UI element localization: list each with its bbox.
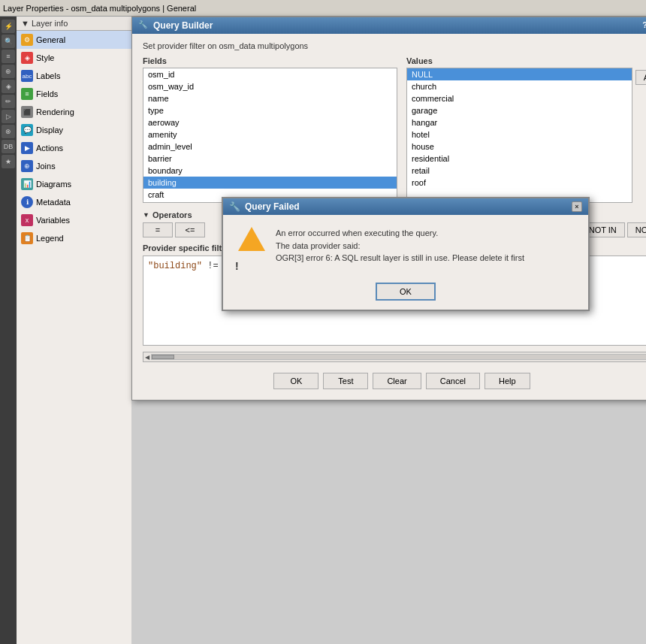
query-builder-titlebar: 🔧 Query Builder ? × [132, 17, 646, 34]
ok-bottom-button[interactable]: OK [273, 373, 318, 389]
sidebar-tool-9[interactable]: DB [2, 140, 15, 153]
sidebar-tool-8[interactable]: ⊗ [2, 125, 15, 138]
field-item-boundary[interactable]: boundary [143, 165, 397, 177]
labels-icon: abc [21, 70, 33, 82]
fields-values-section: Fields osm_id osm_way_id name type aerow… [143, 56, 646, 203]
sidebar-item-actions[interactable]: ▶ Actions [17, 139, 132, 157]
sidebar-item-label-style: Style [36, 53, 54, 62]
top-toolbar: Layer Properties - osm_data multipolygon… [0, 0, 646, 17]
scroll-thumb[interactable] [152, 355, 174, 359]
scroll-left-arrow[interactable]: ◀ [145, 354, 149, 361]
layer-properties-panel: ▼ Layer info ⚙ General ◈ Style abc Label… [17, 17, 133, 644]
sidebar-item-label-actions: Actions [36, 144, 63, 153]
fields-list[interactable]: osm_id osm_way_id name type aeroway amen… [143, 68, 397, 203]
sidebar-item-rendering[interactable]: ⬛ Rendering [17, 103, 132, 121]
query-failed-titlebar: 🔧 Query Failed × [223, 198, 588, 215]
sidebar-item-label-variables: Variables [36, 216, 70, 225]
filter-building-text: "building" [148, 261, 202, 271]
sidebar-item-label-general: General [36, 35, 65, 44]
value-item-garage[interactable]: garage [407, 104, 632, 116]
fields-icon: ≡ [21, 88, 33, 100]
sidebar-item-general[interactable]: ⚙ General [17, 31, 132, 49]
field-item-barrier[interactable]: barrier [143, 153, 397, 165]
sidebar-tool-1[interactable]: ⚡ [2, 20, 15, 33]
value-item-roof[interactable]: roof [407, 177, 632, 189]
value-item-church[interactable]: church [407, 80, 632, 92]
field-item-building[interactable]: building [143, 177, 397, 189]
value-item-hotel[interactable]: hotel [407, 128, 632, 141]
sidebar-item-metadata[interactable]: ℹ Metadata [17, 193, 132, 211]
help-button[interactable]: Help [484, 373, 530, 389]
style-icon: ◈ [21, 52, 33, 64]
query-builder-title: Query Builder [153, 20, 213, 31]
sidebar-tool-5[interactable]: ◈ [2, 80, 15, 93]
sidebar-item-labels[interactable]: abc Labels [17, 67, 132, 85]
query-failed-footer: OK [223, 277, 588, 310]
sidebar-tool-2[interactable]: 🔍 [2, 35, 15, 48]
sidebar-item-joins[interactable]: ⊕ Joins [17, 157, 132, 175]
value-item-residential[interactable]: residential [407, 153, 632, 165]
variables-icon: x [21, 214, 33, 226]
sidebar-item-fields[interactable]: ≡ Fields [17, 85, 132, 103]
field-item-osm-way-id[interactable]: osm_way_id [143, 80, 397, 92]
field-item-name[interactable]: name [143, 92, 397, 104]
sidebar-tool-4[interactable]: ⊕ [2, 65, 15, 78]
sidebar-tool-6[interactable]: ✏ [2, 95, 15, 108]
test-button[interactable]: Test [323, 373, 368, 389]
operators-arrow: ▼ [143, 211, 149, 219]
values-column: Values NULL church commercial garage han… [406, 56, 632, 203]
metadata-icon: ℹ [21, 196, 33, 208]
sidebar-item-label-labels: Labels [36, 71, 60, 80]
actions-icon: ▶ [21, 142, 33, 154]
op-eq-button[interactable]: = [143, 222, 173, 237]
sidebar-item-label-fields: Fields [36, 89, 58, 98]
sidebar-item-label-display: Display [36, 125, 63, 135]
field-item-type[interactable]: type [143, 104, 397, 116]
error-text: An error occurred when executing the que… [276, 227, 524, 265]
sidebar-item-display[interactable]: 💬 Display [17, 121, 132, 139]
sidebar-item-label-rendering: Rendering [36, 107, 74, 116]
field-item-admin-level[interactable]: admin_level [143, 141, 397, 153]
values-right-buttons: All [635, 56, 646, 203]
sidebar-tool-10[interactable]: ★ [2, 155, 15, 168]
clear-button[interactable]: Clear [373, 373, 421, 389]
values-with-buttons: Values NULL church commercial garage han… [406, 56, 646, 203]
filter-op-text: != [202, 261, 224, 271]
fields-column: Fields osm_id osm_way_id name type aerow… [143, 56, 397, 203]
value-item-retail[interactable]: retail [407, 165, 632, 177]
field-item-osm-id[interactable]: osm_id [143, 68, 397, 80]
sidebar-item-diagrams[interactable]: 📊 Diagrams [17, 175, 132, 193]
warning-icon: ! [238, 227, 265, 254]
field-item-aeroway[interactable]: aeroway [143, 116, 397, 128]
sidebar-item-label-metadata: Metadata [36, 198, 71, 207]
not-button[interactable]: NOT [627, 222, 646, 237]
cancel-button[interactable]: Cancel [426, 373, 480, 389]
scroll-track[interactable] [151, 354, 646, 360]
values-list[interactable]: NULL church commercial garage hangar hot… [406, 68, 632, 203]
all-button[interactable]: All [635, 70, 646, 85]
query-failed-title: Query Failed [245, 201, 300, 212]
value-item-commercial[interactable]: commercial [407, 92, 632, 104]
help-icon[interactable]: ? [642, 20, 646, 31]
joins-icon: ⊕ [21, 160, 33, 172]
left-sidebar: ⚡ 🔍 ≡ ⊕ ◈ ✏ ▷ ⊗ DB ★ [0, 17, 17, 644]
value-item-null[interactable]: NULL [407, 68, 632, 80]
horizontal-scrollbar[interactable]: ◀ ▶ [143, 352, 646, 362]
value-item-house[interactable]: house [407, 141, 632, 153]
sidebar-item-variables[interactable]: x Variables [17, 211, 132, 229]
query-builder-subtitle: Set provider filter on osm_data multipol… [143, 41, 646, 50]
query-failed-ok-button[interactable]: OK [376, 283, 436, 301]
op-lte-button[interactable]: <= [175, 222, 205, 237]
values-label: Values [406, 56, 632, 65]
value-item-hangar[interactable]: hangar [407, 116, 632, 128]
field-item-amenity[interactable]: amenity [143, 128, 397, 141]
sidebar-item-label-joins: Joins [36, 162, 56, 171]
fields-label: Fields [143, 56, 397, 65]
sidebar-tool-3[interactable]: ≡ [2, 50, 15, 63]
general-icon: ⚙ [21, 34, 33, 46]
diagrams-icon: 📊 [21, 178, 33, 190]
query-failed-close-btn[interactable]: × [572, 201, 582, 212]
sidebar-tool-7[interactable]: ▷ [2, 110, 15, 123]
sidebar-item-legend[interactable]: 📋 Legend [17, 229, 132, 247]
sidebar-item-style[interactable]: ◈ Style [17, 49, 132, 67]
